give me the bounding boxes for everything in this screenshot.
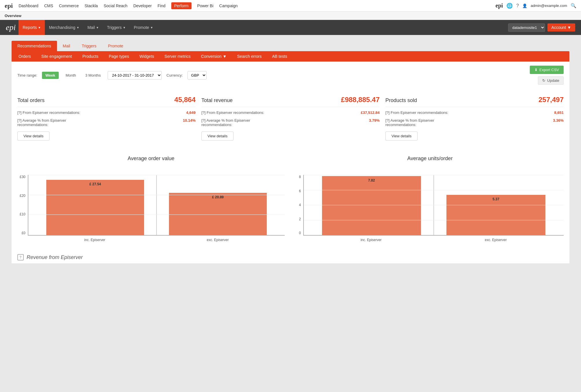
currency-label: Currency:: [166, 73, 183, 77]
products-sold-view-details[interactable]: View details: [385, 132, 418, 140]
week-button[interactable]: Week: [42, 72, 59, 79]
sec-nav-merchandising[interactable]: Merchandising ▼: [45, 20, 83, 35]
nav-campaign[interactable]: Campaign: [219, 3, 238, 8]
overview-bar: Overview: [0, 12, 581, 20]
revenue-help-badge: ?: [17, 254, 24, 260]
revenue-title: ? Revenue from Episerver: [17, 254, 564, 260]
currency-select[interactable]: GBP: [187, 71, 207, 79]
nav-social-reach[interactable]: Social Reach: [104, 3, 128, 8]
products-sold-row1: [?] From Episerver recommendations: 8,65…: [385, 110, 564, 115]
total-revenue-row1-value: £37,512.84: [361, 110, 380, 115]
user-email: admin@example.com: [531, 3, 567, 8]
products-sold-title: Products sold: [385, 97, 417, 103]
auo-y-label-3: 2: [296, 217, 301, 221]
tab-recommendations[interactable]: Recommendations: [12, 41, 57, 51]
products-sold-row1-label: [?] From Episerver recommendations:: [385, 110, 448, 115]
stat-total-orders: Total orders 45,864 [?] From Episerver r…: [17, 97, 196, 140]
total-orders-row1: [?] From Episerver recommendations: 4,64…: [17, 110, 196, 115]
update-button[interactable]: ↻ Update: [538, 76, 564, 85]
tab-mail[interactable]: Mail: [57, 41, 76, 51]
subnav-server-metrics[interactable]: Server metrics: [159, 51, 196, 62]
revenue-title-text: Revenue from Episerver: [27, 254, 83, 260]
sec-nav-reports[interactable]: Reports ▼: [19, 20, 45, 35]
total-revenue-row1-label: [?] From Episerver recommendations:: [201, 110, 264, 115]
auo-bar2-label: exc. Episerver: [434, 238, 558, 242]
search-icon[interactable]: 🔍: [571, 3, 576, 8]
date-range-select[interactable]: 24-10-2017 - 31-10-2017: [108, 71, 162, 79]
aov-bar2-value: £ 20.89: [212, 195, 224, 199]
products-sold-value: 257,497: [538, 96, 564, 104]
total-revenue-row2-label: [?] Average % from Episerver recommendat…: [201, 118, 259, 127]
stats-grid: Total orders 45,864 [?] From Episerver r…: [17, 97, 564, 140]
main-content: Recommendations Mail Triggers Promote Or…: [0, 35, 581, 389]
subnav-products[interactable]: Products: [77, 51, 104, 62]
account-button[interactable]: Account ▼: [547, 23, 575, 32]
total-revenue-row2-value: 3.79%: [369, 118, 380, 127]
sec-nav-mail[interactable]: Mail ▼: [83, 20, 103, 35]
tab-promote[interactable]: Promote: [102, 41, 129, 51]
nav-commerce[interactable]: Commerce: [59, 3, 79, 8]
subnav-conversion[interactable]: Conversion ▼: [196, 51, 232, 62]
products-sold-row2-value: 3.36%: [553, 118, 564, 127]
products-sold-row2-label: [?] Average % from Episerver recommendat…: [385, 118, 443, 127]
sec-nav-promote[interactable]: Promote ▼: [130, 20, 157, 35]
nav-stackla[interactable]: Stackla: [84, 3, 98, 8]
merchandising-arrow-icon: ▼: [76, 26, 79, 29]
tab-triggers[interactable]: Triggers: [76, 41, 102, 51]
products-sold-row2: [?] Average % from Episerver recommendat…: [385, 118, 564, 127]
charts-grid: Average order value £30 £20 £10 £0: [17, 156, 564, 242]
subnav-ab-tests[interactable]: AB tests: [267, 51, 292, 62]
mail-arrow-icon: ▼: [96, 26, 99, 29]
total-revenue-row1: [?] From Episerver recommendations: £37,…: [201, 110, 380, 115]
overview-label: Overview: [5, 14, 21, 18]
three-months-button[interactable]: 3 Months: [83, 72, 103, 79]
account-arrow-icon: ▼: [567, 25, 571, 30]
help-icon[interactable]: ?: [516, 3, 519, 8]
nav-find[interactable]: Find: [157, 3, 165, 8]
secondary-nav: epi Reports ▼ Merchandising ▼ Mail ▼ Tri…: [0, 20, 581, 35]
time-range-label: Time range:: [17, 73, 37, 77]
sub-nav-bar: Orders Site engagement Products Page typ…: [12, 51, 569, 62]
secondary-logo: epi: [6, 23, 16, 32]
site-selector[interactable]: datademosite1: [508, 23, 545, 32]
promote-arrow-icon: ▼: [150, 26, 153, 29]
stats-section: Total orders 45,864 [?] From Episerver r…: [12, 89, 569, 146]
subnav-search-errors[interactable]: Search errors: [232, 51, 267, 62]
total-orders-row2-label: [?] Average % from Episerver recommendat…: [17, 118, 75, 127]
aov-bar1-label: inc. Episerver: [34, 238, 156, 242]
nav-cms[interactable]: CMS: [44, 3, 53, 8]
subnav-widgets[interactable]: Widgets: [134, 51, 159, 62]
month-button[interactable]: Month: [63, 72, 78, 79]
auo-y-label-0: 8: [296, 175, 301, 179]
nav-perform[interactable]: Perform: [171, 2, 192, 9]
user-icon: 👤: [522, 3, 527, 8]
total-revenue-title: Total revenue: [201, 97, 233, 103]
auo-y-label-2: 4: [296, 203, 301, 207]
controls-row: Time range: Week Month 3 Months 24-10-20…: [12, 62, 569, 89]
sec-nav-triggers[interactable]: Triggers ▼: [103, 20, 130, 35]
controls-card: Time range: Week Month 3 Months 24-10-20…: [12, 62, 569, 263]
avg-units-order-chart: Average units/order 8 6 4 2 0: [296, 156, 564, 242]
subnav-page-types[interactable]: Page types: [104, 51, 134, 62]
total-orders-row1-value: 4,649: [186, 110, 196, 115]
subnav-site-engagement[interactable]: Site engagement: [36, 51, 77, 62]
auo-bar1-value: 7.82: [368, 178, 375, 182]
subnav-orders[interactable]: Orders: [13, 51, 36, 62]
aov-y-label-1: £20: [17, 194, 25, 198]
total-revenue-view-details[interactable]: View details: [201, 132, 233, 140]
nav-power-bi[interactable]: Power Bi: [197, 3, 214, 8]
total-orders-view-details[interactable]: View details: [17, 132, 49, 140]
export-csv-button[interactable]: ⬇ Export CSV: [530, 66, 564, 74]
avg-units-order-title: Average units/order: [296, 156, 564, 162]
aov-bar2-label: exc. Episerver: [157, 238, 279, 242]
stat-total-revenue: Total revenue £988,885.47 [?] From Epise…: [201, 97, 380, 140]
aov-y-label-3: £0: [17, 231, 25, 235]
conversion-arrow-icon: ▼: [223, 54, 227, 59]
aov-y-label-2: £10: [17, 212, 25, 216]
nav-dashboard[interactable]: Dashboard: [19, 3, 38, 8]
aov-bar1-value: £ 27.54: [89, 182, 101, 186]
total-orders-row2: [?] Average % from Episerver recommendat…: [17, 118, 196, 127]
nav-developer[interactable]: Developer: [133, 3, 152, 8]
total-orders-row2-value: 10.14%: [183, 118, 196, 127]
globe-icon[interactable]: 🌐: [506, 3, 513, 9]
